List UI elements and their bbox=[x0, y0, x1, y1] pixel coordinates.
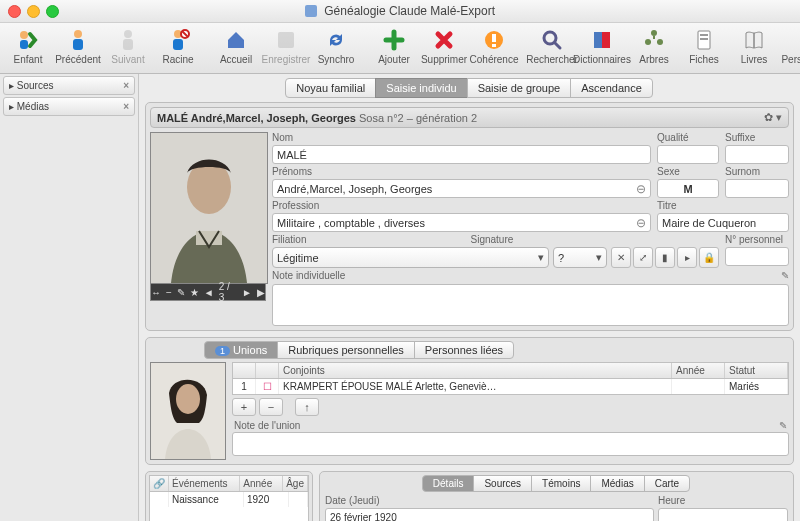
col-link-icon: 🔗 bbox=[150, 476, 169, 491]
move-icon[interactable]: ↔ bbox=[151, 287, 161, 298]
sexe-label: Sexe bbox=[657, 166, 719, 177]
person-photo[interactable] bbox=[150, 132, 268, 284]
surnom-label: Surnom bbox=[725, 166, 789, 177]
window-title: Généalogie Claude Malé-Export bbox=[0, 4, 800, 18]
svg-rect-0 bbox=[305, 5, 317, 17]
col-annee: Année bbox=[240, 476, 283, 491]
photo-toolbar: ↔ − ✎ ★ ◄ 2 / 3 ► ▶ bbox=[150, 284, 266, 301]
profession-field[interactable]: Militaire , comptable , diverses⊖ bbox=[272, 213, 651, 232]
prenoms-field[interactable]: André,Marcel, Joseph, Georges⊖ bbox=[272, 179, 651, 198]
dtab-carte[interactable]: Carte bbox=[644, 475, 690, 492]
add-union-button[interactable]: + bbox=[232, 398, 256, 416]
note-union-label: Note de l'union bbox=[234, 420, 300, 431]
lock-icon[interactable]: 🔒 bbox=[699, 247, 719, 268]
fiches-button[interactable]: Fiches bbox=[680, 25, 728, 65]
personnaliser-button[interactable]: Personnaliser bbox=[788, 25, 800, 65]
event-row[interactable]: Naissance 1920 bbox=[150, 492, 308, 507]
svg-rect-16 bbox=[602, 32, 610, 48]
precedent-button[interactable]: Précédent bbox=[54, 25, 102, 65]
svg-point-17 bbox=[651, 30, 657, 36]
suffixe-field[interactable] bbox=[725, 145, 789, 164]
move-up-button[interactable]: ↑ bbox=[295, 398, 319, 416]
surnom-field[interactable] bbox=[725, 179, 789, 198]
flag-button-2[interactable]: ⤢ bbox=[633, 247, 653, 268]
qualite-label: Qualité bbox=[657, 132, 719, 143]
suivant-button[interactable]: Suivant bbox=[104, 25, 152, 65]
date-field[interactable]: 26 février 1920 bbox=[325, 508, 654, 521]
sidebar-sources-pill[interactable]: ▸ Sources × bbox=[3, 76, 135, 95]
spouse-photo[interactable] bbox=[150, 362, 226, 460]
minus-icon[interactable]: − bbox=[166, 287, 172, 298]
svg-point-1 bbox=[20, 31, 28, 39]
racine-button[interactable]: Racine bbox=[154, 25, 202, 65]
sidebar-medias-pill[interactable]: ▸ Médias × bbox=[3, 97, 135, 116]
dtab-temoins[interactable]: Témoins bbox=[531, 475, 591, 492]
date-label: Date (Jeudi) bbox=[325, 495, 654, 506]
svg-rect-13 bbox=[492, 44, 496, 47]
nom-label: Nom bbox=[272, 132, 651, 143]
subtab-unions[interactable]: 1Unions bbox=[204, 341, 278, 359]
clear-icon[interactable]: ⊖ bbox=[636, 216, 646, 230]
arbres-button[interactable]: Arbres bbox=[630, 25, 678, 65]
flag-button-4[interactable]: ▸ bbox=[677, 247, 697, 268]
gear-icon[interactable]: ✿ ▾ bbox=[764, 111, 782, 124]
svg-rect-10 bbox=[278, 32, 294, 48]
tab-noyau-familial[interactable]: Noyau familial bbox=[285, 78, 376, 98]
svg-rect-2 bbox=[20, 40, 28, 49]
svg-rect-22 bbox=[700, 38, 708, 40]
tab-ascendance[interactable]: Ascendance bbox=[570, 78, 653, 98]
col-statut: Statut bbox=[725, 363, 788, 378]
note-union-textarea[interactable] bbox=[232, 432, 789, 456]
dtab-medias[interactable]: Médias bbox=[590, 475, 644, 492]
qualite-field[interactable] bbox=[657, 145, 719, 164]
npersonnel-field[interactable] bbox=[725, 247, 789, 266]
subtab-rubriques[interactable]: Rubriques personnelles bbox=[277, 341, 415, 359]
clear-icon[interactable]: ⊖ bbox=[636, 182, 646, 196]
flag-button-3[interactable]: ▮ bbox=[655, 247, 675, 268]
note-textarea[interactable] bbox=[272, 284, 789, 326]
note-label: Note individuelle bbox=[272, 270, 345, 281]
prev-photo-button[interactable]: ◄ bbox=[204, 287, 214, 298]
accueil-button[interactable]: Accueil bbox=[212, 25, 260, 65]
union-row[interactable]: 1 ☐ KRAMPERT ÉPOUSE MALÉ Arlette, Genevi… bbox=[232, 379, 789, 395]
heure-field[interactable] bbox=[658, 508, 788, 521]
supprimer-button[interactable]: Supprimer bbox=[420, 25, 468, 65]
remove-union-button[interactable]: − bbox=[259, 398, 283, 416]
close-icon[interactable]: × bbox=[123, 101, 129, 112]
livres-button[interactable]: Livres bbox=[730, 25, 778, 65]
edit-note-union-icon[interactable]: ✎ bbox=[779, 420, 787, 431]
rechercher-button[interactable]: Rechercher bbox=[528, 25, 576, 65]
dtab-sources[interactable]: Sources bbox=[473, 475, 532, 492]
synchro-button[interactable]: Synchro bbox=[312, 25, 360, 65]
titre-field[interactable]: Maire de Cuqueron bbox=[657, 213, 789, 232]
dictionnaires-button[interactable]: Dictionnaires bbox=[578, 25, 626, 65]
col-age: Âge bbox=[283, 476, 308, 491]
ajouter-button[interactable]: Ajouter bbox=[370, 25, 418, 65]
nom-field[interactable]: MALÉ bbox=[272, 145, 651, 164]
svg-rect-15 bbox=[594, 32, 602, 48]
signature-select[interactable]: ? bbox=[553, 247, 607, 268]
subtab-personnes-liees[interactable]: Personnes liées bbox=[414, 341, 514, 359]
edit-note-icon[interactable]: ✎ bbox=[781, 270, 789, 281]
enregistrer-button[interactable]: Enregistrer bbox=[262, 25, 310, 65]
coherence-button[interactable]: Cohérence bbox=[470, 25, 518, 65]
edit-icon[interactable]: ✎ bbox=[177, 287, 185, 298]
svg-rect-21 bbox=[700, 34, 708, 36]
filiation-select[interactable]: Légitime bbox=[272, 247, 549, 268]
star-icon[interactable]: ★ bbox=[190, 287, 199, 298]
tab-saisie-groupe[interactable]: Saisie de groupe bbox=[467, 78, 572, 98]
profession-label: Profession bbox=[272, 200, 651, 211]
svg-point-5 bbox=[124, 30, 132, 38]
sexe-field[interactable]: M bbox=[657, 179, 719, 198]
flag-button-1[interactable]: ✕ bbox=[611, 247, 631, 268]
next-photo-button[interactable]: ► bbox=[242, 287, 252, 298]
svg-rect-6 bbox=[123, 39, 133, 50]
last-photo-button[interactable]: ▶ bbox=[257, 287, 265, 298]
dtab-details[interactable]: Détails bbox=[422, 475, 475, 492]
close-icon[interactable]: × bbox=[123, 80, 129, 91]
prenoms-label: Prénoms bbox=[272, 166, 651, 177]
heure-label: Heure bbox=[658, 495, 788, 506]
tab-saisie-individu[interactable]: Saisie individu bbox=[375, 78, 467, 98]
enfant-button[interactable]: Enfant bbox=[4, 25, 52, 65]
photo-counter: 2 / 3 bbox=[219, 281, 237, 303]
